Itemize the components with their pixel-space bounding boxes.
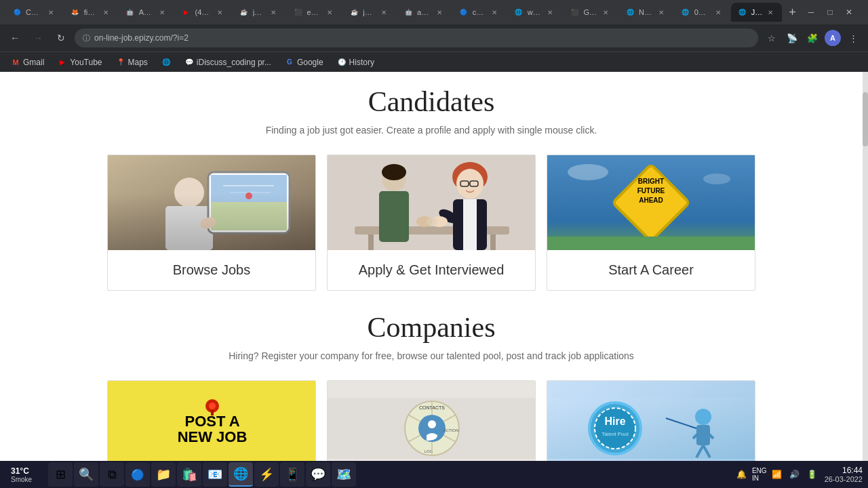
taskbar-store-icon[interactable]: 🛍️ [177, 462, 201, 487]
profile-avatar: A [825, 30, 841, 46]
tab-github-error[interactable]: ⬛ error ✕ [286, 3, 341, 22]
svg-rect-2 [165, 206, 213, 250]
taskbar-edge-icon[interactable]: 🔵 [125, 462, 150, 487]
bookmark-maps[interactable]: 📍 Maps [111, 56, 153, 68]
cast-icon[interactable]: 📡 [783, 28, 802, 47]
new-tab-button[interactable]: + [783, 3, 802, 22]
post-job-svg: POST A NEW JOB [108, 398, 315, 459]
tab-close-github2[interactable]: ✕ [601, 7, 610, 17]
companies-title: Companies [27, 311, 835, 344]
extensions-icon[interactable]: 🧩 [803, 28, 822, 47]
candidates-subtitle: Finding a job just got easier. Create a … [27, 125, 835, 136]
browse-jobs-card[interactable]: Browse Jobs [107, 155, 316, 291]
tab-close-youtube[interactable]: ✕ [215, 7, 224, 17]
clock[interactable]: 16:44 26-03-2022 [825, 466, 863, 483]
tab-new[interactable]: 🌐 New ✕ [618, 3, 673, 22]
taskbar-chrome-icon[interactable]: 🌐 [229, 462, 253, 487]
taskbar-mail-icon[interactable]: 📧 [203, 462, 227, 487]
tab-close-github-error[interactable]: ✕ [325, 7, 334, 17]
tab-close-jobs[interactable]: ✕ [766, 7, 775, 17]
svg-rect-22 [463, 199, 477, 250]
tab-close-coursera[interactable]: ✕ [490, 7, 499, 17]
tray-wifi-icon[interactable]: 📶 [770, 468, 784, 481]
tab-close-050[interactable]: ✕ [713, 7, 723, 17]
tab-firefox[interactable]: 🦊 fireb ✕ [64, 3, 117, 22]
reload-button[interactable]: ↻ [52, 28, 71, 47]
bookmark-youtube[interactable]: ▶ YouTube [52, 56, 107, 68]
tab-java2[interactable]: ☕ java ✕ [342, 3, 395, 22]
bookmark-gmail-label: Gmail [23, 58, 44, 67]
tab-close-codesandbox[interactable]: ✕ [46, 7, 56, 17]
svg-point-60 [595, 408, 635, 449]
bookmark-history[interactable]: 🕐 History [332, 56, 380, 68]
close-button[interactable]: ✕ [841, 4, 857, 20]
taskbar-vscode-icon[interactable]: ⚡ [254, 462, 279, 487]
tab-label-youtube: (435) [195, 8, 211, 16]
tab-050[interactable]: 🌐 050e ✕ [674, 3, 730, 22]
taskbar-discord-icon[interactable]: 💬 [306, 462, 330, 487]
hire-card[interactable]: Hire Talent Pool [547, 380, 755, 461]
forward-button[interactable]: → [28, 28, 47, 47]
bookmark-youtube-label: YouTube [70, 58, 102, 67]
tab-bar: 🔵 Code ✕ 🦊 fireb ✕ 🤖 Andr ✕ ▶ (435) ✕ ☕ … [0, 0, 868, 24]
minimize-button[interactable]: ─ [803, 4, 819, 20]
clock-date: 26-03-2022 [825, 475, 863, 483]
taskbar-maps-icon[interactable]: 🗺️ [332, 462, 356, 487]
tab-java1[interactable]: ☕ java ✕ [233, 3, 285, 22]
back-button[interactable]: ← [5, 28, 24, 47]
taskbar-taskview-button[interactable]: ⧉ [100, 462, 124, 487]
maximize-button[interactable]: □ [822, 4, 838, 20]
tab-close-new[interactable]: ✕ [656, 7, 666, 17]
tab-codesandbox[interactable]: 🔵 Code ✕ [5, 3, 62, 22]
tab-youtube[interactable]: ▶ (435) ✕ [175, 3, 231, 22]
taskbar-explorer-icon[interactable]: 📁 [151, 462, 176, 487]
taskbar-start-button[interactable]: ⊞ [48, 462, 73, 487]
tab-close-java2[interactable]: ✕ [379, 7, 389, 17]
tray-battery-icon[interactable]: 🔋 [806, 468, 819, 481]
tab-close-android2[interactable]: ✕ [435, 7, 444, 17]
tab-close-android[interactable]: ✕ [157, 7, 167, 17]
svg-text:FUTURE: FUTURE [637, 187, 665, 195]
tab-android2[interactable]: 🤖 andr ✕ [397, 3, 451, 22]
svg-rect-6 [211, 202, 287, 230]
contacts-card[interactable]: CONTACTS ACTION LOG [327, 380, 536, 461]
start-career-card[interactable]: BRIGHT FUTURE AHEAD Start A Career [547, 155, 755, 291]
tray-volume-icon[interactable]: 🔊 [788, 468, 802, 481]
bookmark-unknown[interactable]: 🌐 [156, 56, 176, 68]
menu-icon[interactable]: ⋮ [844, 28, 863, 47]
bookmark-star-icon[interactable]: ☆ [762, 28, 781, 47]
bookmark-google[interactable]: G Google [279, 56, 329, 68]
bookmark-idiscuss[interactable]: 💬 iDiscuss_coding pr... [179, 56, 277, 68]
tab-close-firefox[interactable]: ✕ [101, 7, 111, 17]
tray-keyboard-icon[interactable]: ENGIN [753, 468, 766, 481]
tab-jobs[interactable]: 🌐 Job ✕ [731, 3, 783, 22]
scrollbar[interactable] [863, 72, 868, 461]
taskbar: 31°C Smoke ⊞ 🔍 ⧉ 🔵 📁 🛍️ 📧 🌐 ⚡ 📱 💬 🗺️ 🔔 E… [0, 461, 868, 488]
tab-label-github-error: error [307, 8, 321, 16]
post-job-card[interactable]: POST A NEW JOB [107, 380, 316, 461]
candidates-section: Candidates Finding a job just got easier… [27, 85, 835, 291]
weather-temp: 31°C [11, 466, 29, 476]
tab-favicon-050: 🌐 [681, 7, 690, 17]
tab-close-what[interactable]: ✕ [545, 7, 555, 17]
tab-android[interactable]: 🤖 Andr ✕ [119, 3, 174, 22]
tab-favicon-coursera: 🔵 [459, 7, 469, 17]
address-bar[interactable]: ⓘ on-line-job.epizy.com/?i=2 [75, 28, 758, 47]
svg-point-48 [428, 420, 436, 428]
tab-github2[interactable]: ⬛ GitH ✕ [563, 3, 617, 22]
svg-rect-15 [490, 235, 496, 250]
tab-coursera[interactable]: 🔵 cour ✕ [452, 3, 506, 22]
tray-notification-icon[interactable]: 🔔 [735, 468, 749, 481]
tab-close-java1[interactable]: ✕ [269, 7, 278, 17]
svg-point-64 [695, 409, 711, 425]
tab-what[interactable]: 🌐 what ✕ [507, 3, 562, 22]
scrollbar-thumb[interactable] [863, 92, 868, 146]
svg-text:BRIGHT: BRIGHT [638, 178, 664, 185]
bookmark-gmail[interactable]: M Gmail [5, 56, 50, 68]
taskbar-search-button[interactable]: 🔍 [74, 462, 98, 487]
profiles-icon[interactable]: A [823, 28, 842, 47]
bookmark-history-label: History [349, 58, 374, 67]
apply-interview-card[interactable]: Apply & Get Interviewed [327, 155, 536, 291]
tab-label-what: what [528, 8, 542, 16]
taskbar-android-studio-icon[interactable]: 📱 [280, 462, 304, 487]
